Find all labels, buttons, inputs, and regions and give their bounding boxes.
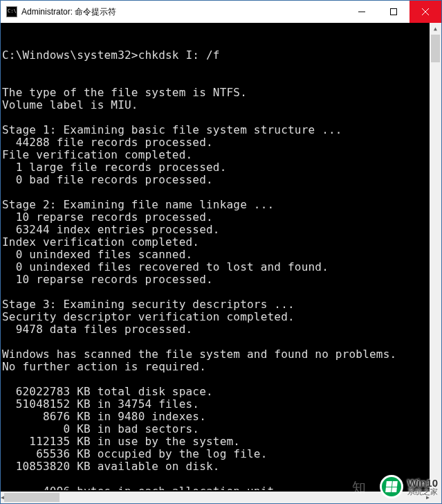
console-area[interactable]: C:\Windows\system32>chkdsk I: /f The typ… bbox=[1, 23, 441, 503]
console-line: Windows has scanned the file system and … bbox=[2, 348, 428, 361]
windows-logo-icon bbox=[380, 475, 403, 498]
console-line bbox=[2, 186, 428, 199]
console-line: 62022783 KB total disk space. bbox=[2, 386, 428, 398]
console-line: Index verification completed. bbox=[2, 236, 428, 249]
zhihu-watermark: 知 bbox=[352, 478, 366, 497]
console-line: File verification completed. bbox=[2, 149, 428, 161]
watermark-subtitle: 系统之家 bbox=[407, 488, 438, 496]
console-line: 65536 KB occupied by the log file. bbox=[2, 448, 428, 460]
console-line: 0 unindexed files scanned. bbox=[2, 249, 428, 261]
scroll-up-arrow-icon[interactable]: ▲ bbox=[430, 23, 441, 35]
vertical-scrollbar[interactable]: ▲ ▼ bbox=[430, 23, 441, 492]
console-line: 10853820 KB available on disk. bbox=[2, 460, 428, 473]
console-line: 51048152 KB in 34754 files. bbox=[2, 398, 428, 411]
svg-text:C:\: C:\ bbox=[8, 8, 17, 14]
console-line: Security descriptor verification complet… bbox=[2, 311, 428, 323]
console-line bbox=[2, 111, 428, 124]
console-line: Stage 1: Examining basic file system str… bbox=[2, 124, 428, 136]
title-bar[interactable]: C:\ Administrator: 命令提示符 bbox=[1, 1, 441, 23]
cmd-window: C:\ Administrator: 命令提示符 C:\Windows\syst… bbox=[0, 0, 442, 504]
watermark-text: Win10 系统之家 bbox=[407, 478, 438, 496]
console-line: 10 reparse records processed. bbox=[2, 211, 428, 224]
scroll-thumb-horizontal[interactable] bbox=[4, 493, 59, 502]
watermark-title: Win10 bbox=[407, 478, 438, 488]
console-line bbox=[2, 286, 428, 298]
maximize-button[interactable] bbox=[378, 1, 409, 23]
cmd-icon: C:\ bbox=[6, 6, 17, 17]
console-line: 8676 KB in 9480 indexes. bbox=[2, 411, 428, 423]
window-controls bbox=[346, 1, 441, 23]
console-line: Stage 3: Examining security descriptors … bbox=[2, 298, 428, 311]
scroll-thumb-vertical[interactable] bbox=[431, 35, 440, 62]
console-line: 10 reparse records processed. bbox=[2, 273, 428, 286]
minimize-button[interactable] bbox=[346, 1, 378, 23]
prompt-line: C:\Windows\system32>chkdsk I: /f bbox=[2, 49, 428, 62]
console-line: 9478 data files processed. bbox=[2, 323, 428, 336]
window-title: Administrator: 命令提示符 bbox=[21, 6, 346, 18]
console-line: 0 KB in bad sectors. bbox=[2, 423, 428, 435]
close-button[interactable] bbox=[409, 1, 441, 23]
scroll-track-vertical[interactable] bbox=[430, 35, 441, 480]
site-watermark: Win10 系统之家 bbox=[380, 475, 438, 498]
console-line: Stage 2: Examining file name linkage ... bbox=[2, 199, 428, 211]
console-line: 0 unindexed files recovered to lost and … bbox=[2, 261, 428, 273]
console-line: 44288 file records processed. bbox=[2, 136, 428, 149]
console-content: C:\Windows\system32>chkdsk I: /f The typ… bbox=[2, 24, 428, 490]
console-line: No further action is required. bbox=[2, 361, 428, 373]
console-line: 1 large file records processed. bbox=[2, 161, 428, 174]
svg-rect-4 bbox=[391, 9, 397, 15]
console-line: 0 bad file records processed. bbox=[2, 174, 428, 186]
console-line: Volume label is MIU. bbox=[2, 99, 428, 111]
console-line: The type of the file system is NTFS. bbox=[2, 87, 428, 99]
console-line: 63244 index entries processed. bbox=[2, 224, 428, 236]
console-line bbox=[2, 373, 428, 386]
console-line bbox=[2, 336, 428, 348]
prompt-path: C:\Windows\system32> bbox=[2, 48, 138, 62]
command-text: chkdsk I: /f bbox=[138, 48, 220, 62]
console-line: 112135 KB in use by the system. bbox=[2, 435, 428, 448]
